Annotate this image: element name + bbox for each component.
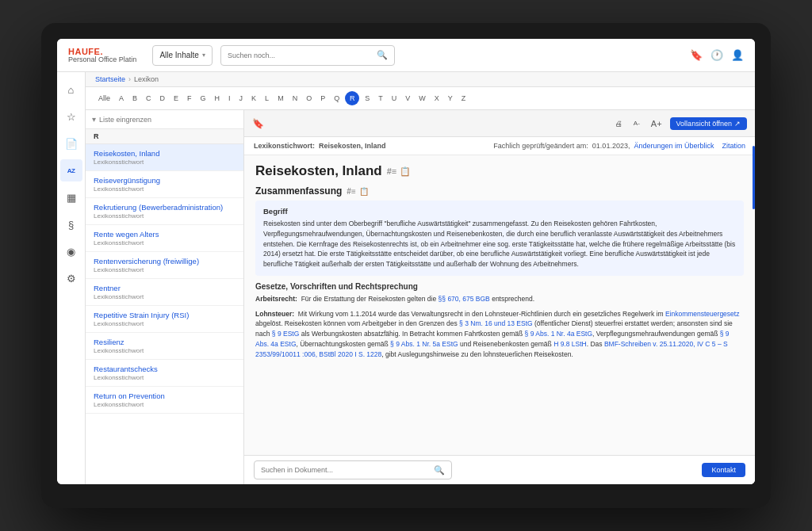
estg-link-3[interactable]: § 9 EStG [272,330,300,338]
alpha-btn-Y[interactable]: Y [445,93,456,104]
print-icon[interactable]: 🖨 [612,118,626,129]
alpha-btn-W[interactable]: W [416,93,429,104]
vollansicht-btn[interactable]: Vollansicht öffnen ↗ [670,117,747,130]
list-item[interactable]: Rente wegen Alters Lexikonsstichwort [86,225,243,252]
lohnsteuer-text: Lohnsteuer: Mit Wirkung vom 1.1.2014 wur… [255,309,744,360]
sidebar-item-search[interactable]: ⚙ [60,267,82,289]
alpha-btn-J[interactable]: J [236,93,247,104]
two-panel: ▾ R Reisekosten, Inland Lexikonsstichwor… [86,110,755,484]
alpha-btn-Alle[interactable]: Alle [95,93,113,104]
detail-title-icons: #≡ 📋 [387,166,412,177]
list-item-sub: Lexikonsstichwort [94,401,236,408]
alpha-btn-H[interactable]: H [212,93,224,104]
alpha-btn-P[interactable]: P [317,93,328,104]
alpha-btn-E[interactable]: E [170,93,182,104]
list-item[interactable]: Restaurantschecks Lexikonsstichwort [86,360,243,387]
alpha-btn-T[interactable]: T [375,93,386,104]
sidebar-item-home[interactable]: ⌂ [60,78,82,101]
doc-search-bar[interactable]: 🔍 [254,460,452,479]
content-dropdown[interactable]: Alle Inhalte ▾ [152,45,212,66]
alpha-btn-K[interactable]: K [248,93,259,104]
vollansicht-label: Vollansicht öffnen [676,120,732,128]
copy-icon[interactable]: 📋 [400,166,411,177]
sidebar-item-document[interactable]: 📄 [60,132,82,155]
list-item-title: Rente wegen Alters [94,230,236,239]
list-item[interactable]: Rentenversicherung (freiwillige) Lexikon… [86,252,243,279]
list-item[interactable]: Rekrutierung (Bewerberadministration) Le… [86,198,243,225]
az-label: AZ [67,167,75,174]
sidebar-item-az[interactable]: AZ [60,159,82,181]
list-item-title: Reisekosten, Inland [94,149,236,158]
main-search-bar[interactable]: 🔍 [220,45,395,66]
alpha-btn-F[interactable]: F [184,93,195,104]
alpha-btn-Q[interactable]: Q [331,93,343,104]
alpha-btn-L[interactable]: L [262,93,272,104]
keyword-value: Reisekosten, Inland [319,142,386,150]
search-icon[interactable]: 🔍 [377,50,388,60]
lsth-link[interactable]: H 9.8 LStH [553,340,587,348]
sidebar-item-bookmark[interactable]: ☆ [60,105,82,128]
alpha-btn-B[interactable]: B [129,93,140,104]
alpha-btn-I[interactable]: I [225,93,234,104]
alpha-btn-M[interactable]: M [274,93,287,104]
dropdown-label: Alle Inhalte [159,51,198,59]
list-item[interactable]: Reisekosten, Inland Lexikonsstichwort [86,144,243,171]
sidebar-item-paragraph[interactable]: § [60,213,82,235]
estg-link-4[interactable]: § 9 Abs. 1 Nr. 4a EStG [525,330,593,338]
list-item-sub: Lexikonsstichwort [94,185,236,193]
begriffe-title: Begriff [263,207,736,216]
sidebar-item-table[interactable]: ▦ [60,186,82,208]
alpha-btn-R[interactable]: R [345,91,359,105]
estg-link-2[interactable]: § 3 Nm. 16 und 13 EStG [459,319,533,327]
bmf-link[interactable]: BMF-Schreiben v. 25.11.2020, IV C 5 – S … [255,340,728,358]
list-item[interactable]: Repetitive Strain Injury (RSI) Lexikonss… [86,306,243,333]
estg-link-1[interactable]: Einkommensteuergesetz [665,310,740,318]
main-search-input[interactable] [228,52,377,59]
alpha-btn-V[interactable]: V [402,93,413,104]
detail-panel-wrapper: 🔖 🖨 A- A+ Vollansicht öffnen ↗ [244,110,755,484]
zitation-link[interactable]: Zitation [722,142,745,150]
bookmark-icon-toolbar[interactable]: 🔖 [252,118,264,129]
main-layout: ⌂ ☆ 📄 AZ ▦ § ◉ ⚙ Startseite › Lexikon [57,72,755,484]
alpha-btn-N[interactable]: N [289,93,301,104]
kontakt-btn[interactable]: Kontakt [702,463,745,477]
expand-icon: ↗ [734,120,741,128]
meta-keyword: Lexikonstichwort: Reisekosten, Inland [254,142,386,150]
alpha-btn-X[interactable]: X [431,93,442,104]
alpha-btn-Z[interactable]: Z [458,93,469,104]
list-item[interactable]: Reisevergünstigung Lexikonsstichwort [86,171,243,198]
alpha-btn-G[interactable]: G [197,93,209,104]
list-item-sub: Lexikonsstichwort [94,239,236,246]
user-icon[interactable]: 👤 [731,49,744,61]
doc-search-input[interactable] [261,466,431,474]
bookmark-icon[interactable]: 🔖 [690,49,703,61]
begriffe-text: Reisekosten sind unter dem Oberbegriff "… [263,219,736,269]
breadcrumb-home[interactable]: Startseite [95,75,125,83]
alpha-btn-O[interactable]: O [303,93,315,104]
alpha-btn-A[interactable]: A [116,93,127,104]
logo-area: Haufe. Personal Office Platin [68,47,136,64]
font-size-up-icon[interactable]: A+ [648,117,665,130]
alpha-btn-U[interactable]: U [389,93,400,104]
list-item-title: Repetitive Strain Injury (RSI) [94,311,236,319]
list-item-sub: Lexikonsstichwort [94,320,236,327]
sidebar-item-chart[interactable]: ◉ [60,240,82,262]
list-item[interactable]: Return on Prevention Lexikonsstichwort [86,387,243,414]
alpha-btn-D[interactable]: D [157,93,169,104]
list-item[interactable]: Rentner Lexikonsstichwort [86,279,243,306]
alpha-btn-S[interactable]: S [362,93,373,104]
detail-title: Reisekosten, Inland #≡ 📋 [255,163,744,179]
estg-link-6[interactable]: § 9 Abs. 1 Nr. 5a EStG [390,340,458,348]
filter-input[interactable] [99,116,237,124]
alpha-btn-C[interactable]: C [143,93,155,104]
list-item-title: Return on Prevention [94,392,236,400]
copy-icon-2[interactable]: 📋 [359,187,369,196]
list-item-title: Resilienz [94,338,236,346]
font-size-down-icon[interactable]: A- [630,118,643,128]
breadcrumb: Startseite › Lexikon [86,72,755,87]
changes-overview-link[interactable]: Änderungen im Überblick [634,142,714,150]
clock-icon[interactable]: 🕐 [710,49,723,61]
doc-search-icon[interactable]: 🔍 [434,465,445,476]
bgb-link[interactable]: §§ 670, 675 BGB [439,295,490,303]
list-item[interactable]: Resilienz Lexikonsstichwort [86,333,243,360]
